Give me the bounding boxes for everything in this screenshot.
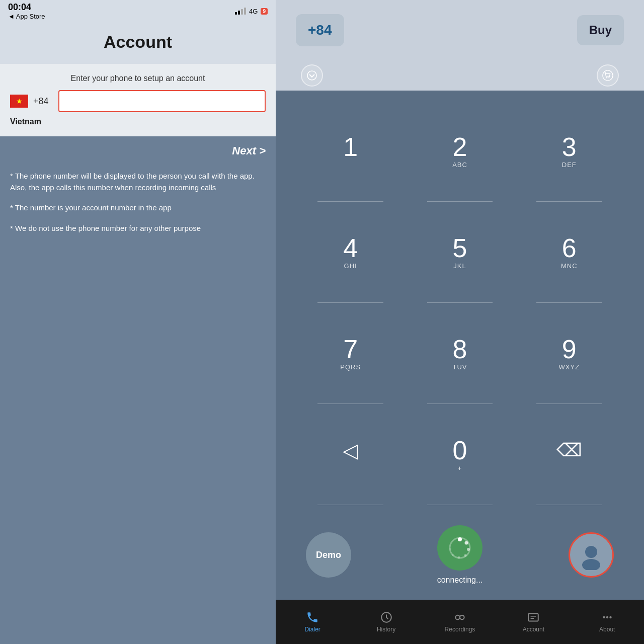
key-back[interactable]: ◁ <box>296 404 405 505</box>
info-line-1: * The phone number will be displayed to … <box>10 171 266 193</box>
network-type: 4G <box>249 8 258 15</box>
key-8[interactable]: 8 TUV <box>405 303 514 404</box>
account-header: Account <box>0 22 276 64</box>
key-8-number: 8 <box>453 336 467 362</box>
signal-bar-1 <box>235 12 237 15</box>
account-title: Account <box>0 32 276 52</box>
history-icon <box>380 611 393 624</box>
key-3-letters: DEF <box>562 161 577 169</box>
key-6-number: 6 <box>562 235 577 261</box>
demo-label: Demo <box>316 550 341 560</box>
signal-bar-2 <box>238 11 240 15</box>
key-2[interactable]: 2 ABC <box>405 101 514 202</box>
status-time: 00:04 <box>8 2 45 13</box>
svg-point-0 <box>307 71 316 80</box>
key-9[interactable]: 9 WXYZ <box>515 303 624 404</box>
svg-point-7 <box>467 548 470 551</box>
key-6-letters: MNC <box>561 262 578 270</box>
key-7[interactable]: 7 PQRS <box>296 303 405 404</box>
svg-point-12 <box>585 546 597 558</box>
app-store-back[interactable]: ◄ App Store <box>8 13 45 20</box>
cart-icon[interactable] <box>597 64 619 87</box>
key-0-number: 0 <box>453 437 467 463</box>
signal-bar-4 <box>244 8 246 15</box>
nav-about[interactable]: About <box>587 611 627 633</box>
key-3[interactable]: 3 DEF <box>515 101 624 202</box>
svg-point-9 <box>457 556 460 559</box>
country-name: Vietnam <box>10 117 266 126</box>
svg-point-11 <box>449 548 451 550</box>
dialer-icon <box>306 611 319 624</box>
key-delete[interactable]: ⌫ <box>515 404 624 505</box>
key-5-number: 5 <box>453 235 467 261</box>
nav-account-label: Account <box>523 626 544 633</box>
connecting-label: connecting... <box>437 576 483 585</box>
call-section: Demo connecting... <box>276 515 644 600</box>
key-0-letters: + <box>458 464 462 472</box>
key-0[interactable]: 0 + <box>405 404 514 505</box>
svg-point-10 <box>452 554 454 556</box>
next-button[interactable]: Next > <box>232 144 266 157</box>
nav-dialer-label: Dialer <box>305 626 320 633</box>
setup-label: Enter your phone to setup an account <box>10 74 266 83</box>
bottom-nav: Dialer History Recordings Account <box>276 600 644 644</box>
key-9-number: 9 <box>562 336 577 362</box>
info-line-2: * The number is your account number in t… <box>10 202 266 214</box>
key-3-number: 3 <box>562 134 577 160</box>
key-7-letters: PQRS <box>340 363 361 371</box>
signal-bar-3 <box>241 9 243 15</box>
status-time-block: 00:04 ◄ App Store <box>8 2 45 20</box>
vietnam-flag-icon[interactable] <box>10 95 28 108</box>
right-panel: +84 Buy 1 <box>276 0 644 644</box>
key-1-number: 1 <box>343 134 358 160</box>
svg-point-15 <box>455 615 460 620</box>
avatar-icon <box>576 540 606 570</box>
header-icons-row <box>286 60 634 91</box>
key-6[interactable]: 6 MNC <box>515 202 624 303</box>
dialer-header: +84 Buy <box>286 0 634 60</box>
nav-account[interactable]: Account <box>513 611 553 633</box>
nav-dialer[interactable]: Dialer <box>292 611 333 633</box>
battery-badge: 9 <box>261 8 268 15</box>
key-8-letters: TUV <box>452 363 467 371</box>
status-bar: 00:04 ◄ App Store 4G 9 <box>0 0 276 22</box>
key-7-number: 7 <box>343 336 358 362</box>
svg-point-22 <box>609 616 611 618</box>
connecting-circle[interactable] <box>437 525 482 571</box>
svg-point-21 <box>606 616 608 618</box>
dropdown-icon[interactable] <box>301 64 323 87</box>
svg-point-8 <box>464 554 466 557</box>
signal-bars <box>235 8 246 15</box>
nav-recordings[interactable]: Recordings <box>440 611 480 633</box>
demo-button[interactable]: Demo <box>306 532 351 578</box>
svg-point-5 <box>458 537 462 541</box>
nav-history-label: History <box>377 626 395 633</box>
account-icon <box>527 611 540 624</box>
contact-avatar[interactable] <box>569 532 614 578</box>
left-panel: 00:04 ◄ App Store 4G 9 Account Enter you… <box>0 0 276 644</box>
call-buttons-row: Demo connecting... <box>296 525 624 585</box>
info-line-3: * We do not use the phone number for any… <box>10 223 266 234</box>
dialer-header-area: +84 Buy <box>276 0 644 91</box>
status-right: 4G 9 <box>235 8 268 15</box>
key-2-letters: ABC <box>452 161 467 169</box>
svg-point-20 <box>603 616 605 618</box>
svg-point-2 <box>606 77 607 78</box>
country-code-button[interactable]: +84 <box>296 14 344 46</box>
info-text-block: * The phone number will be displayed to … <box>0 166 276 248</box>
key-4[interactable]: 4 GHI <box>296 202 405 303</box>
phone-number-input[interactable] <box>58 90 266 112</box>
next-button-area: Next > <box>0 136 276 166</box>
svg-point-1 <box>603 70 613 80</box>
key-9-letters: WXYZ <box>559 363 580 371</box>
spinner-icon <box>447 535 472 560</box>
keypad: 1 2 ABC 3 DEF 4 GHI 5 JKL 6 MNC 7 PQRS 8 <box>276 91 644 515</box>
key-1[interactable]: 1 <box>296 101 405 202</box>
nav-about-label: About <box>599 626 615 633</box>
key-5-letters: JKL <box>453 262 466 270</box>
about-icon <box>601 611 614 624</box>
buy-button[interactable]: Buy <box>577 15 624 45</box>
key-5[interactable]: 5 JKL <box>405 202 514 303</box>
key-delete-symbol: ⌫ <box>556 441 582 459</box>
nav-history[interactable]: History <box>366 611 407 633</box>
